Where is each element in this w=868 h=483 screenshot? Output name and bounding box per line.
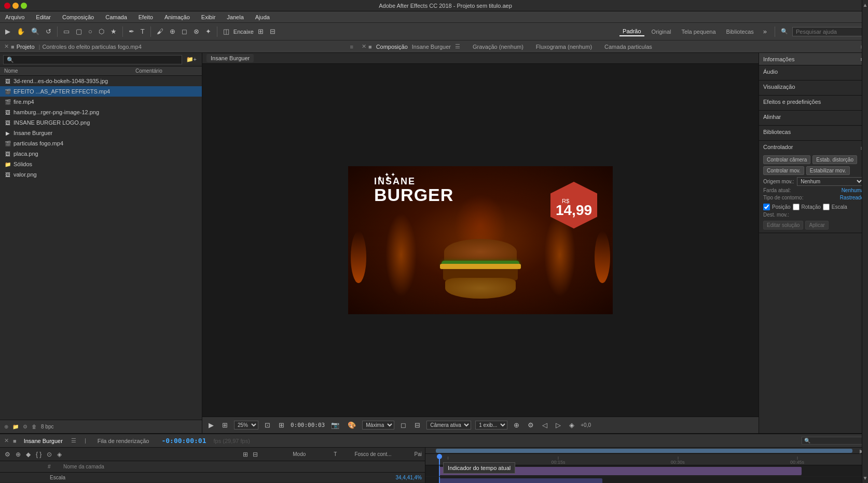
ram-preview-btn[interactable]: ▶ bbox=[206, 420, 216, 430]
flow-diagram-btn[interactable]: ◁ bbox=[540, 420, 549, 430]
timeline-bottom-btn[interactable]: ▼ bbox=[863, 475, 868, 481]
estabilizar-mov-btn[interactable]: Estabilizar mov. bbox=[806, 166, 850, 175]
text-tool[interactable]: T bbox=[139, 26, 147, 36]
file-item[interactable]: 🎬 fire.mp4 bbox=[0, 97, 202, 107]
zoom-select[interactable]: 25% bbox=[234, 421, 258, 430]
new-comp-btn[interactable]: ⊕ bbox=[4, 424, 8, 430]
estab-distorcao-btn[interactable]: Estab. distorção bbox=[812, 155, 857, 164]
tl-toggle-switches[interactable]: ⚙ bbox=[3, 450, 12, 459]
view-options-btn[interactable]: ⊟ bbox=[412, 420, 422, 430]
snapshot-btn[interactable]: 📷 bbox=[329, 420, 341, 430]
camada-tab[interactable]: Camada particulas bbox=[604, 44, 652, 50]
origem-select[interactable]: Nenhum bbox=[797, 177, 864, 186]
project-search-input[interactable] bbox=[3, 55, 182, 64]
timeline-tab-menu[interactable]: ☰ bbox=[71, 437, 76, 445]
minimize-button[interactable] bbox=[12, 3, 19, 9]
tl-misc[interactable]: ◈ bbox=[56, 450, 63, 459]
eraser-tool[interactable]: ◻ bbox=[180, 26, 189, 36]
ellipse-tool[interactable]: ○ bbox=[86, 26, 94, 36]
menu-composicao[interactable]: Composição bbox=[60, 13, 96, 21]
timeline-close[interactable]: ✕ bbox=[4, 437, 9, 444]
select-tool[interactable]: ▶ bbox=[3, 26, 12, 36]
close-button[interactable] bbox=[4, 3, 10, 9]
file-item[interactable]: 🖼 hamburg...rger-png-image-12.png bbox=[0, 107, 202, 117]
workspace-bibliotecas[interactable]: Bibliotecas bbox=[723, 28, 757, 36]
help-search[interactable] bbox=[792, 27, 865, 36]
tl-parent[interactable]: ⊙ bbox=[45, 450, 53, 459]
menu-janela[interactable]: Janela bbox=[225, 13, 245, 21]
tl-expand-all[interactable]: ⊞ bbox=[241, 450, 250, 459]
comp-tab-x[interactable]: ✕ bbox=[362, 43, 366, 50]
menu-editar[interactable]: Editar bbox=[34, 13, 53, 21]
track-bar[interactable] bbox=[439, 478, 603, 483]
snapping-toggle[interactable]: ◫ bbox=[221, 26, 231, 36]
hand-tool[interactable]: ✋ bbox=[15, 26, 27, 36]
file-item[interactable]: 🖼 3d-rend...es-do-bokeh-1048-3935.jpg bbox=[0, 76, 202, 86]
rounded-rect-tool[interactable]: ▢ bbox=[74, 26, 84, 36]
project-panel-tab[interactable]: Projeto bbox=[17, 44, 35, 50]
timeline-search[interactable] bbox=[802, 437, 864, 445]
aplicar-btn[interactable]: Aplicar bbox=[805, 221, 829, 230]
workspace-tela[interactable]: Tela pequena bbox=[679, 28, 719, 36]
rotacao-checkbox[interactable] bbox=[793, 204, 800, 210]
pick-buffer-btn[interactable]: ⊕ bbox=[512, 420, 521, 430]
project-new-folder[interactable]: 📁+ bbox=[184, 55, 199, 64]
rect-tool[interactable]: ▭ bbox=[61, 26, 72, 36]
composition-tab[interactable]: Composição bbox=[374, 44, 410, 50]
tl-toggle-modes[interactable]: ⊕ bbox=[14, 450, 22, 459]
reset-exposure-btn[interactable]: ◈ bbox=[567, 420, 576, 430]
escala-checkbox[interactable] bbox=[823, 204, 830, 210]
tl-collapse-all[interactable]: ⊟ bbox=[251, 450, 259, 459]
quality-select[interactable]: Máxima bbox=[362, 421, 394, 430]
menu-camada[interactable]: Camada bbox=[103, 13, 129, 21]
file-item[interactable]: 🖼 INSANE BURGER LOGO.png bbox=[0, 117, 202, 128]
delete-btn[interactable]: 🗑 bbox=[32, 424, 37, 430]
file-item[interactable]: 🖼 placa.png bbox=[0, 149, 202, 159]
file-item[interactable]: ▶ Insane Burguer bbox=[0, 128, 202, 138]
render-queue-tab[interactable]: Fila de renderização bbox=[94, 437, 153, 445]
panel-tab-x[interactable]: ✕ bbox=[4, 43, 9, 50]
snap-label[interactable]: Encaixe bbox=[233, 29, 254, 35]
view-options[interactable]: ⊞ bbox=[256, 26, 266, 36]
tl-add-marker[interactable]: ◆ bbox=[24, 450, 32, 459]
work-area-indicator[interactable] bbox=[436, 449, 852, 453]
menu-exibir[interactable]: Exibir bbox=[199, 13, 218, 21]
effect-controls-tab[interactable]: Controles do efeito particulas fogo.mp4 bbox=[42, 44, 141, 50]
maximize-button[interactable] bbox=[21, 3, 27, 9]
menu-ajuda[interactable]: Ajuda bbox=[253, 13, 272, 21]
polygon-tool[interactable]: ⬡ bbox=[97, 26, 106, 36]
posicao-checkbox[interactable] bbox=[763, 204, 770, 210]
transparency-btn[interactable]: ◻ bbox=[398, 420, 408, 430]
preview-area[interactable]: ✦ ✦ ✦ ✦ INSANE BURGER R$ 14,99 bbox=[202, 64, 759, 417]
workspace-original[interactable]: Original bbox=[649, 28, 674, 36]
fluxograma-tab[interactable]: Fluxograma (nenhum) bbox=[536, 44, 592, 50]
comp-settings-btn[interactable]: ⚙ bbox=[526, 420, 536, 430]
brush-tool[interactable]: 🖌 bbox=[155, 26, 166, 36]
settings-btn[interactable]: ⚙ bbox=[23, 424, 27, 430]
view-select[interactable]: 1 exib... bbox=[475, 421, 507, 430]
panel-options-btn[interactable]: ≡ bbox=[350, 44, 353, 50]
new-folder-btn[interactable]: 📁 bbox=[12, 424, 19, 430]
editar-solucao-btn[interactable]: Editar solução bbox=[763, 221, 803, 230]
camera-select[interactable]: Câmera ativa bbox=[426, 421, 471, 430]
menu-animacao[interactable]: Animação bbox=[162, 13, 192, 21]
clone-tool[interactable]: ⊕ bbox=[168, 26, 177, 36]
fit-view-btn[interactable]: ⊡ bbox=[263, 420, 272, 430]
controlar-camera-btn[interactable]: Controlar câmera bbox=[763, 155, 810, 164]
track-bar[interactable] bbox=[439, 467, 802, 475]
timeline-comp-tab[interactable]: Insane Burguer bbox=[21, 437, 66, 445]
proportional[interactable]: ⊟ bbox=[268, 26, 278, 36]
color-picker-btn[interactable]: 🎨 bbox=[346, 420, 358, 430]
menu-efeito[interactable]: Efeito bbox=[136, 13, 155, 21]
file-item[interactable]: 🖼 valor.png bbox=[0, 169, 202, 180]
safe-zones-btn[interactable]: ⊞ bbox=[277, 420, 286, 430]
render-preview-btn[interactable]: ▷ bbox=[554, 420, 563, 430]
menu-arquivo[interactable]: Arquivo bbox=[3, 13, 26, 21]
zoom-tool[interactable]: 🔍 bbox=[29, 26, 42, 36]
workspace-more[interactable]: » bbox=[761, 26, 769, 36]
playhead-handle[interactable] bbox=[437, 454, 442, 459]
puppet-tool[interactable]: ✦ bbox=[203, 26, 213, 36]
file-item[interactable]: 📁 Sólidos bbox=[0, 159, 202, 169]
playhead-line[interactable] bbox=[439, 454, 440, 465]
current-time-display[interactable]: -0:00:00:01 bbox=[161, 437, 206, 445]
